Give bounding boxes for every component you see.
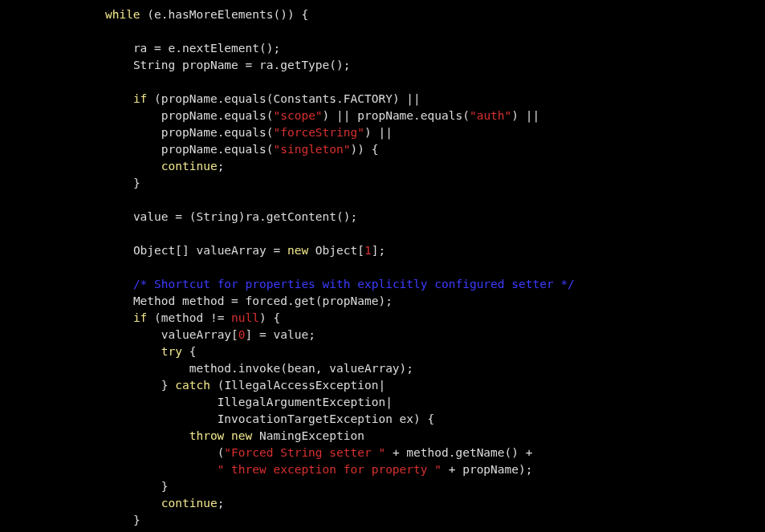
- string-literal: "auth": [470, 109, 511, 122]
- code-line: IllegalArgumentException|: [0, 396, 393, 408]
- code-line: if (method != null) {: [0, 311, 280, 324]
- code-line: method.invoke(bean, valueArray);: [0, 362, 413, 375]
- keyword-new: new: [231, 429, 252, 442]
- code-line: continue;: [0, 497, 224, 510]
- keyword-throw: throw: [189, 429, 225, 442]
- keyword-catch: catch: [175, 379, 210, 392]
- code-line: ("Forced String setter " + method.getNam…: [0, 446, 532, 459]
- code-line: propName.equals("forceString") ||: [0, 126, 393, 139]
- code-line: throw new NamingException: [0, 429, 364, 442]
- code-line: }: [0, 480, 169, 493]
- code-line: continue;: [0, 160, 224, 173]
- code-line: Object[] valueArray = new Object[1];: [0, 244, 385, 257]
- code-line: if (propName.equals(Constants.FACTORY) |…: [0, 92, 421, 105]
- code-line: ra = e.nextElement();: [0, 42, 280, 55]
- number-literal: 0: [238, 328, 246, 341]
- code-line: propName.equals("scope") || propName.equ…: [0, 109, 539, 122]
- code-line: /* Shortcut for properties with explicit…: [0, 278, 575, 290]
- keyword-if: if: [133, 311, 147, 324]
- keyword-while: while: [105, 8, 140, 21]
- code-line: String propName = ra.getType();: [0, 59, 351, 71]
- code-line: }: [0, 177, 140, 189]
- comment: /* Shortcut for properties with explicit…: [133, 278, 575, 290]
- code-line: try {: [0, 345, 196, 358]
- code-line: Method method = forced.get(propName);: [0, 294, 393, 307]
- code-line: while (e.hasMoreElements()) {: [0, 8, 308, 21]
- keyword-new: new: [287, 244, 308, 257]
- code-line: InvocationTargetException ex) {: [0, 412, 434, 425]
- keyword-continue: continue: [161, 160, 218, 173]
- keyword-if: if: [133, 92, 147, 105]
- code-line: }: [0, 514, 140, 526]
- string-literal: "Forced String setter ": [224, 446, 385, 459]
- code-line: valueArray[0] = value;: [0, 328, 315, 341]
- code-line: value = (String)ra.getContent();: [0, 210, 357, 223]
- string-literal: " threw exception for property ": [218, 463, 442, 476]
- code-line: " threw exception for property " + propN…: [0, 463, 532, 476]
- code-block: while (e.hasMoreElements()) { ra = e.nex…: [0, 0, 765, 529]
- null-literal: null: [231, 311, 259, 324]
- string-literal: "forceString": [273, 126, 364, 139]
- string-literal: "singleton": [273, 143, 350, 156]
- keyword-continue: continue: [161, 497, 218, 510]
- number-literal: 1: [364, 244, 372, 257]
- keyword-try: try: [161, 345, 182, 358]
- code-line: propName.equals("singleton")) {: [0, 143, 378, 156]
- code-line: } catch (IllegalAccessException|: [0, 379, 385, 392]
- string-literal: "scope": [273, 109, 322, 122]
